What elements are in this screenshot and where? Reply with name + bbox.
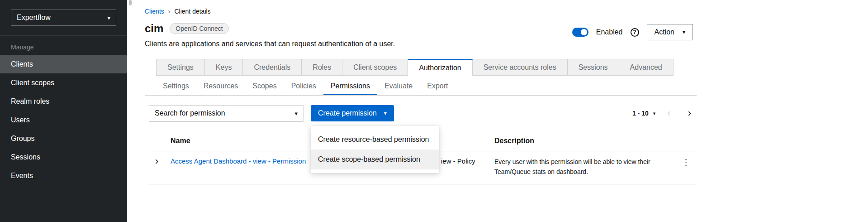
subtab-settings[interactable]: Settings [156,78,196,95]
menu-item-create-scope-based[interactable]: Create scope-based permission [311,150,439,169]
sidebar-item-clients[interactable]: Clients [0,55,127,73]
pagination-prev-icon[interactable]: ‹ [662,108,676,118]
breadcrumb: Clients › Client details [145,0,697,15]
permissions-toolbar: Search for permission ▾ Create permissio… [149,105,697,121]
create-permission-label: Create permission [318,109,377,117]
create-permission-menu: Create resource-based permission Create … [311,126,439,173]
chevron-down-icon: ▾ [653,111,656,116]
authorization-subtabs: Settings Resources Scopes Policies Permi… [145,78,697,96]
subtab-evaluate[interactable]: Evaluate [377,78,420,95]
subtab-export[interactable]: Export [420,78,455,95]
tab-keys[interactable]: Keys [205,59,243,76]
breadcrumb-current: Client details [174,8,210,15]
tab-client-scopes[interactable]: Client scopes [342,59,408,76]
pagination-next-icon[interactable]: › [683,108,697,118]
chevron-down-icon: ▾ [683,29,685,35]
row-expand-icon[interactable]: › [155,155,158,167]
tab-service-accounts-roles[interactable]: Service accounts roles [473,59,568,76]
subtab-policies[interactable]: Policies [284,78,323,95]
tab-roles[interactable]: Roles [302,59,342,76]
pagination-range-dropdown[interactable]: 1 - 10 ▾ [632,110,655,117]
chevron-down-icon: ▾ [107,14,110,21]
breadcrumb-clients-link[interactable]: Clients [145,8,164,15]
page-header-left: cim OpenID Connect Clients are applicati… [145,22,395,48]
enabled-toggle[interactable] [572,28,588,37]
search-permission-label: Search for permission [155,109,225,117]
tab-sessions[interactable]: Sessions [568,59,619,76]
associated-policy-cell: iew - Policy [441,157,475,165]
tab-credentials[interactable]: Credentials [243,59,302,76]
tab-advanced[interactable]: Advanced [619,59,674,76]
sidebar-item-users[interactable]: Users [0,111,127,129]
tab-authorization[interactable]: Authorization [408,59,472,76]
nav-section-label: Manage [0,36,127,55]
chevron-down-icon: ▾ [384,110,387,116]
description-header: Description [494,137,675,145]
search-permission-select[interactable]: Search for permission ▾ [149,105,304,121]
enabled-label: Enabled [596,28,623,36]
page-description: Clients are applications and services th… [145,40,395,48]
action-label: Action [655,28,674,36]
help-icon[interactable]: ? [631,28,639,37]
subtab-resources[interactable]: Resources [196,78,245,95]
primary-tabs: Settings Keys Credentials Roles Client s… [156,59,697,76]
breadcrumb-separator-icon: › [168,8,171,15]
permission-name-link[interactable]: Access Agent Dashboard - view - Permissi… [171,157,306,165]
sidebar-item-client-scopes[interactable]: Client scopes [0,73,127,92]
sidebar-item-events[interactable]: Events [0,166,127,185]
menu-item-create-resource-based[interactable]: Create resource-based permission [311,130,439,150]
sidebar: Expertflow ▾ Manage Clients Client scope… [0,0,127,222]
subtab-scopes[interactable]: Scopes [245,78,284,95]
create-permission-button[interactable]: Create permission ▾ [311,105,394,121]
page-header-right: Enabled ? Action ▾ [572,24,693,40]
toggle-knob [581,29,587,35]
permission-description-cell: Every user with this permission will be … [494,158,650,175]
realm-selector[interactable]: Expertflow ▾ [11,10,116,26]
tab-settings[interactable]: Settings [156,59,205,76]
page-header: cim OpenID Connect Clients are applicati… [145,22,697,48]
pagination: 1 - 10 ▾ ‹ › [632,108,697,118]
sidebar-item-groups[interactable]: Groups [0,129,127,148]
row-kebab-icon[interactable]: ⋮ [682,158,691,167]
realm-name: Expertflow [17,14,51,22]
protocol-badge: OpenID Connect [170,23,228,34]
subtab-permissions[interactable]: Permissions [323,78,377,95]
action-dropdown-button[interactable]: Action ▾ [647,24,693,40]
chevron-down-icon: ▾ [294,110,298,117]
sidebar-nav: Clients Client scopes Realm roles Users … [0,55,127,185]
pagination-range: 1 - 10 [632,110,649,117]
sidebar-item-sessions[interactable]: Sessions [0,148,127,166]
sidebar-item-realm-roles[interactable]: Realm roles [0,92,127,111]
page-title: cim [145,22,163,35]
main-content: Clients › Client details cim OpenID Conn… [127,0,868,222]
